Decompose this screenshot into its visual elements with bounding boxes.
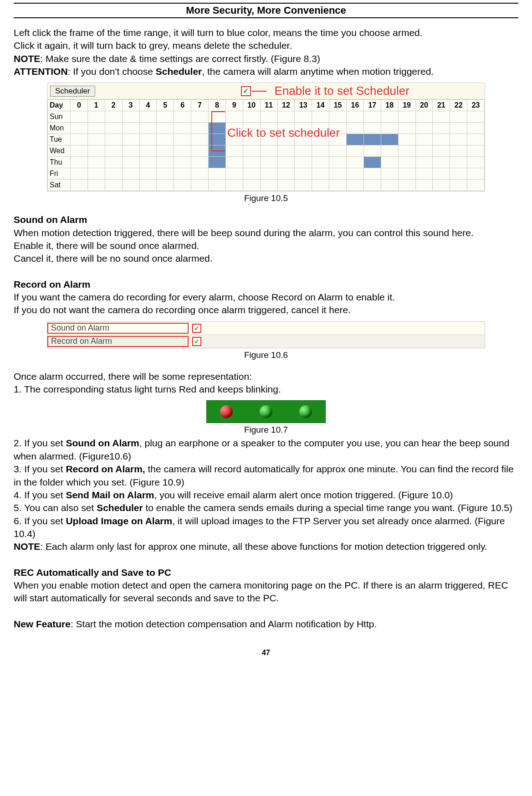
scheduler-cell[interactable] [277, 134, 295, 145]
scheduler-cell[interactable] [381, 180, 398, 191]
scheduler-cell[interactable] [347, 145, 364, 157]
scheduler-cell[interactable] [467, 145, 485, 157]
scheduler-cell[interactable] [191, 168, 209, 180]
scheduler-cell[interactable] [467, 157, 485, 168]
scheduler-cell[interactable] [71, 123, 88, 134]
scheduler-cell[interactable] [87, 145, 105, 157]
scheduler-cell[interactable] [243, 157, 260, 168]
scheduler-cell[interactable] [347, 168, 364, 180]
scheduler-grid[interactable]: Day0123456789101112131415161718192021222… [47, 99, 485, 191]
scheduler-cell[interactable] [260, 145, 277, 157]
scheduler-cell[interactable] [398, 180, 415, 191]
scheduler-cell[interactable] [329, 123, 347, 134]
scheduler-cell[interactable] [191, 134, 209, 145]
scheduler-cell[interactable] [467, 180, 485, 191]
scheduler-cell[interactable] [157, 168, 174, 180]
scheduler-cell[interactable] [295, 134, 312, 145]
scheduler-cell[interactable] [450, 134, 467, 145]
scheduler-cell[interactable] [329, 168, 347, 180]
scheduler-cell[interactable] [71, 111, 88, 123]
scheduler-cell[interactable] [191, 111, 209, 123]
scheduler-cell[interactable] [433, 123, 450, 134]
scheduler-cell[interactable] [295, 168, 312, 180]
scheduler-cell[interactable] [415, 157, 433, 168]
scheduler-cell[interactable] [105, 145, 122, 157]
scheduler-cell[interactable] [381, 145, 398, 157]
scheduler-cell[interactable] [243, 145, 260, 157]
scheduler-cell[interactable] [467, 123, 485, 134]
scheduler-cell[interactable] [209, 111, 226, 123]
scheduler-enable-checkbox[interactable]: ✓ [241, 86, 251, 96]
scheduler-cell[interactable] [174, 180, 191, 191]
scheduler-cell[interactable] [450, 180, 467, 191]
scheduler-cell[interactable] [415, 168, 433, 180]
scheduler-cell[interactable] [295, 111, 312, 123]
scheduler-cell[interactable] [277, 145, 295, 157]
scheduler-cell[interactable] [209, 123, 226, 134]
scheduler-cell[interactable] [71, 134, 88, 145]
scheduler-cell[interactable] [363, 157, 381, 168]
scheduler-cell[interactable] [398, 145, 415, 157]
scheduler-cell[interactable] [312, 134, 329, 145]
scheduler-cell[interactable] [122, 157, 139, 168]
scheduler-cell[interactable] [277, 168, 295, 180]
scheduler-cell[interactable] [122, 145, 139, 157]
scheduler-cell[interactable] [347, 134, 364, 145]
scheduler-cell[interactable] [191, 180, 209, 191]
scheduler-cell[interactable] [467, 134, 485, 145]
scheduler-cell[interactable] [277, 157, 295, 168]
scheduler-cell[interactable] [105, 123, 122, 134]
scheduler-cell[interactable] [139, 111, 157, 123]
scheduler-cell[interactable] [122, 180, 139, 191]
sound-on-alarm-checkbox[interactable]: ✓ [192, 324, 201, 333]
scheduler-cell[interactable] [225, 145, 243, 157]
scheduler-cell[interactable] [295, 123, 312, 134]
scheduler-cell[interactable] [87, 180, 105, 191]
scheduler-cell[interactable] [450, 145, 467, 157]
scheduler-cell[interactable] [260, 180, 277, 191]
scheduler-cell[interactable] [209, 157, 226, 168]
scheduler-cell[interactable] [87, 157, 105, 168]
scheduler-cell[interactable] [381, 168, 398, 180]
scheduler-cell[interactable] [105, 168, 122, 180]
scheduler-cell[interactable] [122, 111, 139, 123]
scheduler-cell[interactable] [415, 180, 433, 191]
scheduler-cell[interactable] [277, 111, 295, 123]
scheduler-cell[interactable] [174, 157, 191, 168]
scheduler-cell[interactable] [71, 180, 88, 191]
scheduler-cell[interactable] [225, 157, 243, 168]
scheduler-cell[interactable] [295, 145, 312, 157]
scheduler-cell[interactable] [122, 168, 139, 180]
scheduler-cell[interactable] [209, 134, 226, 145]
scheduler-cell[interactable] [260, 134, 277, 145]
scheduler-cell[interactable] [260, 168, 277, 180]
scheduler-cell[interactable] [191, 123, 209, 134]
scheduler-cell[interactable] [433, 157, 450, 168]
scheduler-cell[interactable] [243, 111, 260, 123]
scheduler-cell[interactable] [87, 134, 105, 145]
scheduler-button[interactable]: Scheduler [50, 86, 95, 97]
scheduler-cell[interactable] [157, 123, 174, 134]
scheduler-cell[interactable] [398, 168, 415, 180]
scheduler-cell[interactable] [329, 145, 347, 157]
scheduler-cell[interactable] [329, 111, 347, 123]
scheduler-cell[interactable] [433, 145, 450, 157]
scheduler-cell[interactable] [329, 134, 347, 145]
scheduler-cell[interactable] [347, 157, 364, 168]
scheduler-cell[interactable] [381, 123, 398, 134]
scheduler-cell[interactable] [105, 157, 122, 168]
scheduler-cell[interactable] [157, 180, 174, 191]
scheduler-cell[interactable] [433, 168, 450, 180]
scheduler-cell[interactable] [415, 134, 433, 145]
scheduler-cell[interactable] [363, 123, 381, 134]
scheduler-cell[interactable] [347, 180, 364, 191]
scheduler-cell[interactable] [363, 145, 381, 157]
scheduler-cell[interactable] [139, 168, 157, 180]
scheduler-cell[interactable] [243, 123, 260, 134]
record-on-alarm-checkbox[interactable]: ✓ [192, 337, 201, 346]
scheduler-cell[interactable] [87, 111, 105, 123]
scheduler-cell[interactable] [433, 134, 450, 145]
scheduler-cell[interactable] [225, 180, 243, 191]
scheduler-cell[interactable] [347, 111, 364, 123]
scheduler-cell[interactable] [174, 168, 191, 180]
